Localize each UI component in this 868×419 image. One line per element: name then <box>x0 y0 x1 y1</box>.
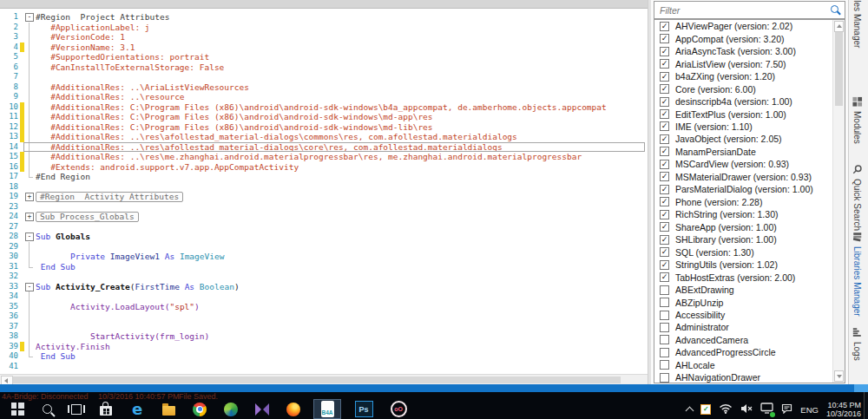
code-line[interactable]: 28-Sub Globals <box>0 232 648 242</box>
library-list-item[interactable]: AHNavigationDrawer <box>654 371 845 383</box>
display-status-icon[interactable] <box>760 402 773 417</box>
code-line[interactable]: 5 #SupportedOrientations: portrait <box>0 52 648 62</box>
vertical-scroll-thumb[interactable] <box>835 32 843 106</box>
library-checkbox[interactable] <box>660 373 669 383</box>
code-line[interactable]: 23 <box>0 202 648 213</box>
code-text[interactable]: Sub Process_Globals <box>36 212 648 222</box>
library-checkbox[interactable]: ✓ <box>660 222 669 232</box>
library-list-item[interactable]: ✓MSMaterialDrawer (version: 0.93) <box>654 171 845 183</box>
library-list-item[interactable]: ✓RichString (version: 1.30) <box>654 208 845 220</box>
code-line[interactable]: 29 <box>0 242 648 252</box>
code-line[interactable]: 6 #CanInstallToExternalStorage: False <box>0 62 648 73</box>
library-checkbox[interactable]: ✓ <box>660 235 669 245</box>
side-tab-quick-search[interactable]: Quick Search <box>852 163 863 231</box>
code-line[interactable]: 38 StartActivity(frm_login) <box>0 331 648 342</box>
code-line[interactable]: 7 <box>0 72 648 82</box>
library-list-item[interactable]: AdvancedProgressCircle <box>654 346 845 358</box>
library-checkbox[interactable]: ✓ <box>660 34 669 43</box>
code-text[interactable]: #CanInstallToExternalStorage: False <box>36 62 648 73</box>
code-text[interactable] <box>36 362 648 372</box>
code-text[interactable] <box>36 311 648 322</box>
code-line[interactable]: 16 #Extends: android.support.v7.app.AppC… <box>0 162 648 173</box>
library-list-item[interactable]: ✓AppCompat (version: 3.20) <box>654 32 845 44</box>
code-line[interactable]: 12 #AdditionalRes: C:\Program Files (x86… <box>0 122 648 133</box>
clock[interactable]: 10:45 PM 10/3/2016 <box>826 401 861 419</box>
code-text[interactable]: Private ImageView1 As ImageView <box>36 252 648 262</box>
code-line[interactable]: 34 <box>0 291 648 302</box>
library-checkbox[interactable]: ✓ <box>660 185 669 194</box>
library-list-item[interactable]: AdvancedCamera <box>654 334 845 346</box>
code-text[interactable]: #AdditionalRes: ..\resource <box>36 92 648 102</box>
code-text[interactable]: #VersionName: 3.1 <box>36 43 648 53</box>
library-list-item[interactable]: ✓AriaListView (version: 7.50) <box>654 57 845 69</box>
library-list-item[interactable]: ✓EditTextPlus (version: 1.00) <box>654 108 845 120</box>
visual-studio-icon[interactable] <box>248 399 276 419</box>
code-text[interactable]: StartActivity(frm_login) <box>36 331 648 342</box>
code-text[interactable]: #AdditionalRes: ..\res\me.zhanghai.andro… <box>36 152 648 162</box>
start-icon[interactable] <box>3 399 31 419</box>
b4a-icon[interactable]: B4A <box>313 399 341 419</box>
code-text[interactable]: Sub Globals <box>36 232 648 242</box>
code-line[interactable]: 27 <box>0 222 648 232</box>
code-text[interactable]: Sub Activity_Create(FirstTime As Boolean… <box>36 282 648 292</box>
code-line[interactable]: 37 <box>0 322 648 332</box>
library-checkbox[interactable]: ✓ <box>660 47 669 56</box>
fold-expand-icon[interactable]: + <box>25 213 34 221</box>
edge-icon[interactable]: e <box>123 399 151 419</box>
library-list-item[interactable]: ✓StringUtils (version: 1.02) <box>654 259 845 271</box>
code-text[interactable] <box>36 272 648 282</box>
library-list-item[interactable]: ✓b4aZXing (version: 1.20) <box>654 70 845 82</box>
library-list-item[interactable]: Accessibility <box>654 309 845 321</box>
code-text[interactable]: Activity.LoadLayout("spl") <box>36 302 648 312</box>
library-list-item[interactable]: ✓desinscripb4a (version: 1.00) <box>654 95 845 108</box>
library-checkbox[interactable]: ✓ <box>660 172 669 181</box>
library-checkbox[interactable]: ✓ <box>660 84 669 94</box>
library-list-item[interactable]: ✓Phone (version: 2.28) <box>654 196 845 208</box>
code-line[interactable]: 4 #VersionName: 3.1 <box>0 43 648 53</box>
search-icon[interactable] <box>33 399 61 419</box>
library-checkbox[interactable]: ✓ <box>660 147 669 156</box>
library-checkbox[interactable]: ✓ <box>660 22 669 31</box>
code-line[interactable]: 41 <box>0 362 648 372</box>
code-text[interactable]: #AdditionalRes: ..\res\afollestad_materi… <box>36 132 648 142</box>
code-line[interactable]: 30 Private ImageView1 As ImageView <box>0 252 648 262</box>
library-list-item[interactable]: ✓MSCardView (version: 0.93) <box>654 158 845 170</box>
fold-collapse-icon[interactable]: - <box>25 13 34 22</box>
code-line[interactable]: 40 End Sub <box>0 351 648 362</box>
collapsed-region[interactable]: Sub Process_Globals <box>36 212 139 222</box>
library-list-item[interactable]: ✓AriaAsyncTask (version: 3.00) <box>654 45 845 57</box>
action-center-icon[interactable] <box>781 402 792 417</box>
library-checkbox[interactable]: ✓ <box>660 160 669 169</box>
code-line[interactable]: 10 #AdditionalRes: C:\Program Files (x86… <box>0 102 648 113</box>
code-line[interactable]: 2 #ApplicationLabel: j <box>0 23 648 33</box>
library-checkbox[interactable]: ✓ <box>660 97 669 107</box>
code-text[interactable] <box>36 322 648 332</box>
code-text[interactable] <box>36 202 648 213</box>
library-list-item[interactable]: ✓SQL (version: 1.30) <box>654 246 845 258</box>
code-text[interactable] <box>36 222 648 232</box>
tray-overflow-chevron-icon[interactable] <box>686 407 694 416</box>
side-tab-files-manager[interactable]: Files Manager <box>852 0 862 48</box>
code-text[interactable]: #End Region <box>36 172 648 182</box>
library-list-item[interactable]: ✓SHLibrary (version: 1.00) <box>654 233 845 246</box>
library-list-item[interactable]: ✓ParsMaterialDialog (version: 1.00) <box>654 183 845 195</box>
code-line[interactable]: 17#End Region <box>0 172 648 182</box>
idm-icon[interactable] <box>217 399 245 419</box>
code-text[interactable]: #Region Project Attributes <box>36 12 648 23</box>
library-checkbox[interactable]: ✓ <box>660 272 669 282</box>
code-line[interactable]: 35 Activity.LoadLayout("spl") <box>0 302 648 312</box>
code-line[interactable]: 19+#Region Activity Attributes <box>0 192 648 202</box>
code-text[interactable]: #AdditionalRes: ..\AriaListViewResources <box>36 82 648 93</box>
code-text[interactable]: #SupportedOrientations: portrait <box>36 52 648 62</box>
code-line[interactable]: 13 #AdditionalRes: ..\res\afollestad_mat… <box>0 132 648 142</box>
library-list-item[interactable]: ✓ShareApp (version: 1.00) <box>654 221 845 233</box>
library-checkbox[interactable]: ✓ <box>660 59 669 69</box>
code-text[interactable]: #AdditionalRes: C:\Program Files (x86)\a… <box>36 112 648 122</box>
show-desktop-button[interactable] <box>864 392 868 419</box>
oo-icon[interactable]: oO <box>385 399 412 419</box>
side-tab-libraries-manager[interactable]: Libraries Manager <box>852 231 863 317</box>
library-checkbox[interactable]: ✓ <box>660 260 669 270</box>
volume-muted-icon[interactable] <box>740 402 753 417</box>
code-text[interactable]: #Region Activity Attributes <box>36 192 648 202</box>
fold-collapse-icon[interactable]: - <box>25 232 34 241</box>
